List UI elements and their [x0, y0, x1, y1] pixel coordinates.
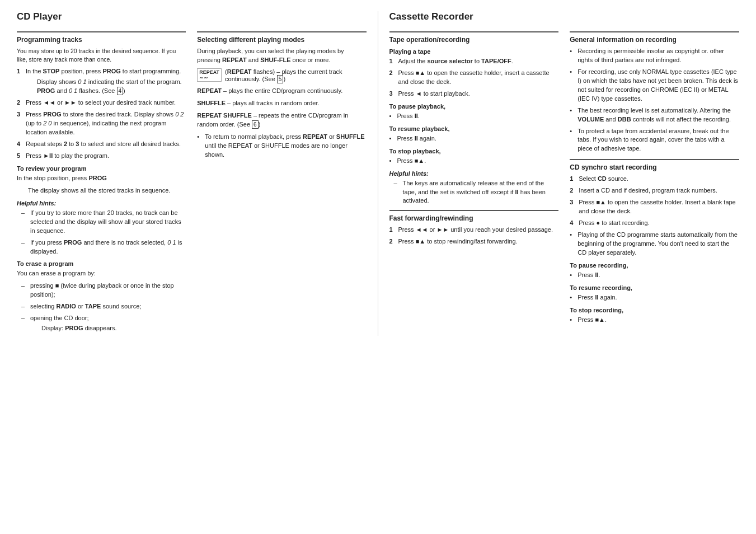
programming-step-4: 4 Repeat steps 2 to 3 to select and stor…: [17, 140, 186, 149]
stop-playback-heading: To stop playback,: [389, 148, 559, 154]
programming-intro: You may store up to 20 tracks in the des…: [17, 47, 186, 64]
cd-synchro-step-3: 3 Press ■▲ to open the cassette holder. …: [570, 198, 739, 216]
stop-recording-list: • Press ■▲.: [570, 316, 739, 325]
tape-operation-col: Tape operation/recording Playing a tape …: [389, 31, 559, 327]
cd-synchro-step-1: 1 Select CD source.: [570, 175, 739, 184]
fast-forward-heading: Fast forwarding/rewinding: [389, 210, 559, 222]
return-normal-list: • To return to normal playback, press RE…: [197, 133, 366, 160]
repeat-flash-desc: (REPEAT flashes) – plays the current tra…: [225, 68, 366, 83]
general-info-3: • The best recording level is set automa…: [570, 106, 739, 124]
fast-step-2: 2 Press ■▲ to stop rewinding/fast forwar…: [389, 237, 559, 246]
erase-item-1: – pressing ■ (twice during playback or o…: [17, 282, 186, 299]
helpful-hint-2: – If you press PROG and there is no trac…: [17, 238, 186, 256]
helpful-hint-tape-1: – The keys are automatically release at …: [389, 179, 559, 206]
tape-steps-list: 1 Adjust the source selector to TAPE/OFF…: [389, 57, 559, 99]
general-info-2: • For recording, use only NORMAL type ca…: [570, 68, 739, 104]
repeat-shuffle-desc: REPEAT SHUFFLE – repeats the entire CD/p…: [197, 111, 366, 129]
selecting-modes-col: Selecting different playing modes During…: [197, 31, 366, 336]
helpful-hints-tape-heading: Helpful hints:: [389, 170, 559, 177]
resume-recording-item: • Press II again.: [570, 293, 739, 302]
programming-step-5: 5 Press ►II to play the program.: [17, 152, 186, 161]
erase-intro: You can erase a program by:: [17, 269, 186, 278]
review-heading: To review your program: [17, 165, 186, 172]
erase-item-2: – selecting RADIO or TAPE sound source;: [17, 302, 186, 311]
playing-tape-heading: Playing a tape: [389, 48, 559, 55]
general-info-col: General information on recording • Recor…: [570, 31, 739, 327]
erase-item-3: – opening the CD door; Display: PROG dis…: [17, 314, 186, 333]
stop-recording-item: • Press ■▲.: [570, 316, 739, 325]
cd-player-title: CD Player: [17, 11, 367, 25]
cd-synchro-bullets: • Playing of the CD programme starts aut…: [570, 231, 739, 257]
programming-tracks-heading: Programming tracks: [17, 31, 186, 44]
resume-playback-heading: To resume playback,: [389, 125, 559, 132]
tape-operation-heading: Tape operation/recording: [389, 31, 559, 44]
resume-playback-list: • Press II again.: [389, 134, 559, 143]
programming-tracks-col: Programming tracks You may store up to 2…: [17, 31, 186, 336]
shuffle-desc: SHUFFLE – plays all tracks in random ord…: [197, 99, 366, 108]
fast-forward-steps: 1 Press ◄◄ or ►► until you reach your de…: [389, 226, 559, 246]
general-info-1: • Recording is permissible insofar as co…: [570, 47, 739, 65]
programming-step-1: 1 In the STOP position, press PROG to st…: [17, 67, 186, 96]
review-text: In the stop position, press PROG: [17, 174, 186, 183]
helpful-hints-heading: Helpful hints:: [17, 200, 186, 207]
tape-step-1: 1 Adjust the source selector to TAPE/OFF…: [389, 57, 559, 66]
erase-list: – pressing ■ (twice during playback or o…: [17, 282, 186, 333]
cd-synchro-steps: 1 Select CD source. 2 Insert a CD and if…: [570, 175, 739, 228]
selecting-modes-heading: Selecting different playing modes: [197, 31, 366, 44]
stop-playback-list: • Press ■▲.: [389, 157, 559, 166]
helpful-hint-1: – If you try to store more than 20 track…: [17, 209, 186, 236]
resume-recording-heading: To resume recording,: [570, 284, 739, 291]
programming-step-3: 3 Press PROG to store the desired track.…: [17, 110, 186, 137]
stop-recording-heading: To stop recording,: [570, 307, 739, 313]
helpful-hints-tape-list: – The keys are automatically release at …: [389, 179, 559, 206]
pause-playback-list: • Press II.: [389, 112, 559, 121]
pause-recording-item: • Press II.: [570, 271, 739, 280]
stop-playback-item: • Press ■▲.: [389, 157, 559, 166]
resume-playback-item: • Press II again.: [389, 134, 559, 143]
cd-synchro-step-2: 2 Insert a CD and if desired, program tr…: [570, 186, 739, 195]
general-info-heading: General information on recording: [570, 31, 739, 44]
cd-synchro-step-4: 4 Press ● to start recording.: [570, 219, 739, 228]
cassette-recorder-section: Cassette Recorder Tape operation/recordi…: [378, 11, 740, 336]
repeat-full-desc: REPEAT – plays the entire CD/program con…: [197, 87, 366, 96]
pause-playback-item: • Press II.: [389, 112, 559, 121]
cd-player-section: CD Player Programming tracks You may sto…: [17, 11, 378, 336]
cassette-recorder-title: Cassette Recorder: [389, 11, 740, 25]
tape-step-2: 2 Press ■▲ to open the cassette holder, …: [389, 69, 559, 87]
review-sub: The display shows all the stored tracks …: [17, 186, 186, 195]
selecting-modes-intro: During playback, you can select the play…: [197, 47, 366, 65]
cd-synchro-heading: CD synchro start recording: [570, 159, 739, 171]
pause-recording-heading: To pause recording,: [570, 262, 739, 269]
return-normal-item: • To return to normal playback, press RE…: [197, 133, 366, 160]
general-info-4: • To protect a tape from accidental eras…: [570, 127, 739, 154]
fast-step-1: 1 Press ◄◄ or ►► until you reach your de…: [389, 226, 559, 235]
pause-recording-list: • Press II.: [570, 271, 739, 280]
erase-heading: To erase a program: [17, 260, 186, 267]
programming-steps-list: 1 In the STOP position, press PROG to st…: [17, 67, 186, 160]
programming-step-2: 2 Press ◄◄ or ►► to select your desired …: [17, 99, 186, 107]
general-info-list: • Recording is permissible insofar as co…: [570, 47, 739, 153]
tape-step-3: 3 Press ◄ to start playback.: [389, 90, 559, 99]
cd-synchro-bullet-1: • Playing of the CD programme starts aut…: [570, 231, 739, 257]
repeat-icon: REPEAT∼∼: [197, 68, 222, 82]
helpful-hints-list: – If you try to store more than 20 track…: [17, 209, 186, 256]
resume-recording-list: • Press II again.: [570, 293, 739, 302]
pause-playback-heading: To pause playback,: [389, 103, 559, 110]
